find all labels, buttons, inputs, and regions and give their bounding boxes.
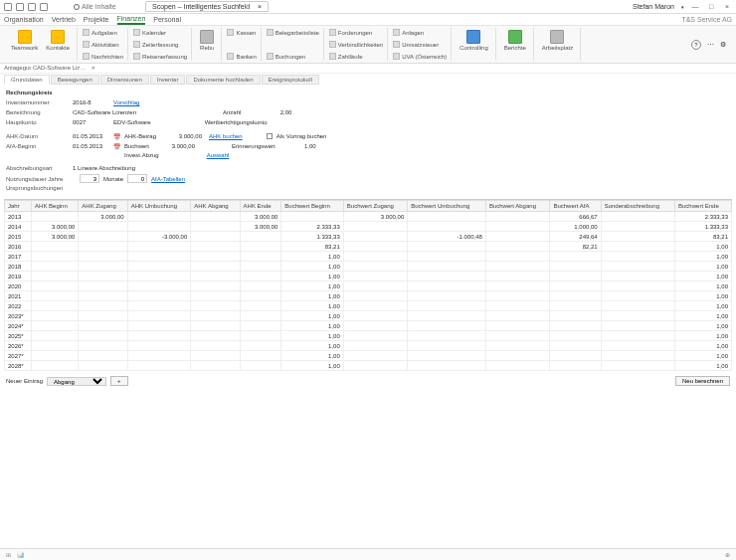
table-row[interactable]: 20153.000,00-3.000,001.333,33-1.000,4824… xyxy=(5,232,732,242)
subtab-dokumente[interactable]: Dokumente hochladen xyxy=(186,75,260,85)
table-row[interactable]: 20171,001,00 xyxy=(5,252,732,262)
ribbon-kassen[interactable]: Kassen xyxy=(227,29,256,36)
cell-year: 2019 xyxy=(5,272,32,281)
close-tab-icon[interactable]: × xyxy=(258,3,262,10)
ribbon-forderungen[interactable]: Forderungen xyxy=(329,29,383,36)
window-tab[interactable]: Scopen – Intelligentes Suchfeld × xyxy=(145,1,269,12)
table-row[interactable]: 2028*1,001,00 xyxy=(5,361,732,371)
subtab-ereignis[interactable]: Ereignisprotokoll xyxy=(262,75,319,85)
ribbon-nachrichten[interactable]: Nachrichten xyxy=(83,53,123,60)
table-header[interactable]: Sonderabschreibung xyxy=(601,201,674,212)
cell: 3.000,00 xyxy=(240,212,281,222)
table-row[interactable]: 2025*1,001,00 xyxy=(5,331,732,341)
table-row[interactable]: 20191,001,00 xyxy=(5,272,732,281)
table-row[interactable]: 20211,001,00 xyxy=(5,291,732,301)
cell xyxy=(127,351,191,361)
settings-icon[interactable]: ⚙ xyxy=(720,41,726,49)
als-vortrag-checkbox[interactable] xyxy=(267,133,273,139)
auswahl-link[interactable]: Auswahl xyxy=(207,152,230,158)
help-icon[interactable]: ? xyxy=(691,40,701,50)
ribbon-banken[interactable]: Banken xyxy=(227,53,256,60)
table-row[interactable]: 2023*1,001,00 xyxy=(5,311,732,321)
menu-finanzen[interactable]: Finanzen xyxy=(117,15,146,25)
maximize-icon[interactable]: □ xyxy=(706,3,716,11)
more-icon[interactable]: ⋯ xyxy=(707,41,714,49)
cell xyxy=(127,262,191,272)
ribbon-berichte[interactable]: Berichte xyxy=(501,29,529,52)
ribbon-aufgaben[interactable]: Aufgaben xyxy=(83,29,123,36)
ribbon-kontakte[interactable]: Kontakte xyxy=(43,29,73,52)
ribbon-kalender[interactable]: Kalender xyxy=(133,29,187,36)
ribbon-reisen[interactable]: Reisenerfassung xyxy=(133,53,187,60)
ribbon-aktivitaeten[interactable]: Aktivitäten xyxy=(83,41,123,48)
table-header[interactable]: AHK Zugang xyxy=(79,201,127,212)
ribbon-controlling[interactable]: Controlling xyxy=(457,29,491,52)
table-header[interactable]: Buchwert Ende xyxy=(675,201,732,212)
table-row[interactable]: 20133.000,003.000,003.000,00666,672.333,… xyxy=(5,212,732,222)
minimize-icon[interactable]: — xyxy=(690,3,700,11)
table-header[interactable]: AHK Abgang xyxy=(191,201,240,212)
table-row[interactable]: 2024*1,001,00 xyxy=(5,321,732,331)
calendar-icon[interactable]: 📅 xyxy=(113,133,120,140)
afa-tabellen-link[interactable]: AfA-Tabellen xyxy=(151,176,185,182)
ribbon-buchungen[interactable]: Buchungen xyxy=(267,53,319,60)
ribbon-anlagen[interactable]: Anlagen xyxy=(393,29,447,36)
status-right-icon[interactable]: ⊕ xyxy=(725,551,730,558)
ribbon-zahllaeufe[interactable]: Zahlläufe xyxy=(329,53,383,60)
menu-projekte[interactable]: Projekte xyxy=(84,16,109,23)
table-row[interactable]: 2026*1,001,00 xyxy=(5,341,732,351)
cell xyxy=(191,311,240,321)
cell: 1,00 xyxy=(281,321,343,331)
subtab-bewegungen[interactable]: Bewegungen xyxy=(51,75,99,85)
jahre-input[interactable] xyxy=(80,174,99,183)
neuer-eintrag-select[interactable]: Abgang xyxy=(47,377,106,386)
table-header[interactable]: AHK Beginn xyxy=(32,201,79,212)
table-header[interactable]: Buchwert Zugang xyxy=(343,201,407,212)
add-entry-button[interactable]: + xyxy=(110,376,128,386)
ribbon-arbeitsplatz[interactable]: Arbeitsplatz xyxy=(539,29,576,52)
cell: 1,00 xyxy=(675,341,732,351)
subtab-inventar[interactable]: Inventar xyxy=(150,75,186,85)
ribbon-teamwork[interactable]: Teamwork xyxy=(8,29,41,52)
subtab-grunddaten[interactable]: Grunddaten xyxy=(4,75,50,85)
vorschlag-link[interactable]: Vorschlag xyxy=(113,99,139,105)
table-row[interactable]: 20201,001,00 xyxy=(5,281,732,291)
ahk-buchen-link[interactable]: AHK buchen xyxy=(209,133,243,139)
close-icon[interactable]: × xyxy=(722,3,732,11)
user-dropdown-icon[interactable] xyxy=(680,3,684,10)
menu-personal[interactable]: Personal xyxy=(153,16,181,23)
status-icon-1[interactable]: ⊞ xyxy=(6,551,11,558)
table-header[interactable]: AHK Umbuchung xyxy=(127,201,191,212)
table-header[interactable]: Jahr xyxy=(5,201,32,212)
table-header[interactable]: Buchwert Abgang xyxy=(485,201,549,212)
subtab-dimensionen[interactable]: Dimensionen xyxy=(100,75,149,85)
table-row[interactable]: 20143.000,003.000,002.333,331.000,001.33… xyxy=(5,222,732,232)
ribbon-belegarbeitsliste[interactable]: Belegarbeitsliste xyxy=(267,29,319,36)
status-icon-2[interactable]: 📊 xyxy=(17,551,24,558)
calendar-icon-2[interactable]: 📅 xyxy=(113,143,120,150)
menu-organisation[interactable]: Organisation xyxy=(4,16,44,23)
menu-vertrieb[interactable]: Vertrieb xyxy=(52,16,76,23)
table-row[interactable]: 2027*1,001,00 xyxy=(5,351,732,361)
nav-up-icon[interactable] xyxy=(28,3,36,11)
search-input[interactable] xyxy=(82,3,131,10)
table-row[interactable]: 20181,001,00 xyxy=(5,262,732,272)
ribbon-zeiterfassung[interactable]: Zeiterfassung xyxy=(133,41,187,48)
table-header[interactable]: Buchwert Beginn xyxy=(281,201,343,212)
table-header[interactable]: Buchwert Umbuchung xyxy=(408,201,486,212)
nav-back-icon[interactable] xyxy=(4,3,12,11)
ribbon-umsatzsteuer[interactable]: Umsatzsteuer xyxy=(393,41,447,48)
cell xyxy=(343,272,407,281)
table-header[interactable]: AHK Ende xyxy=(240,201,281,212)
table-row[interactable]: 20221,001,00 xyxy=(5,301,732,311)
ribbon-uva[interactable]: UVA (Österreich) xyxy=(393,53,447,60)
table-header[interactable]: Buchwert AfA xyxy=(550,201,601,212)
nav-forward-icon[interactable] xyxy=(16,3,24,11)
table-row[interactable]: 201683,2182,211,00 xyxy=(5,242,732,252)
ribbon-rebu[interactable]: Rebu xyxy=(197,29,217,52)
neu-berechnen-button[interactable]: Neu berechnen xyxy=(675,376,730,386)
ribbon-verbindlichkeiten[interactable]: Verbindlichkeiten xyxy=(329,41,383,48)
breadcrumb-close-icon[interactable]: × xyxy=(92,65,95,71)
nav-refresh-icon[interactable] xyxy=(40,3,48,11)
monate-input[interactable] xyxy=(127,174,147,183)
